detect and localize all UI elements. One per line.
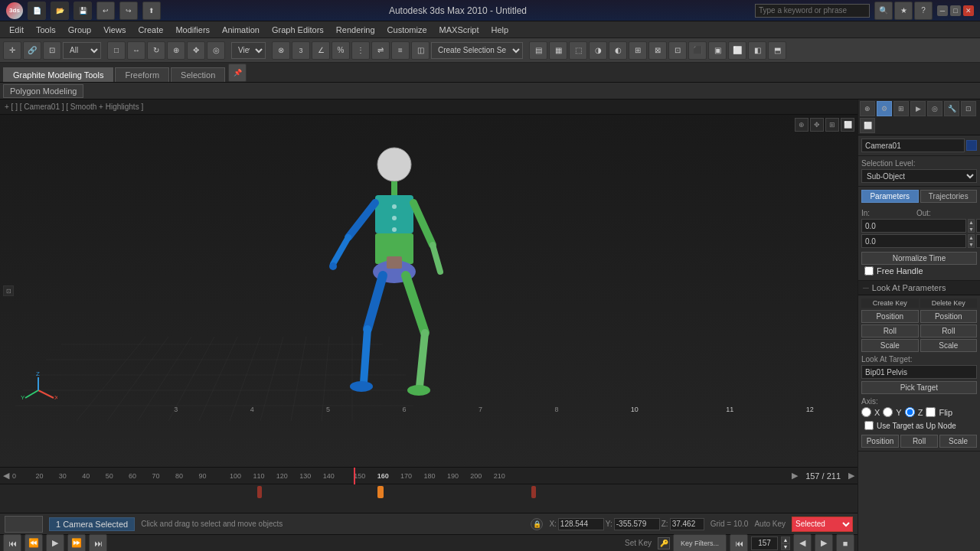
menu-graph-editors[interactable]: Graph Editors bbox=[266, 24, 330, 36]
save-button[interactable]: 💾 bbox=[74, 2, 92, 20]
graphite-tab-modeling[interactable]: Graphite Modeling Tools bbox=[3, 67, 113, 82]
rp-hierarchy-icon[interactable]: ⊞ bbox=[893, 101, 909, 116]
in-value1[interactable] bbox=[861, 219, 966, 233]
align-btn[interactable]: ≡ bbox=[391, 41, 410, 60]
lock-icon[interactable]: 🔒 bbox=[531, 518, 543, 530]
scale-bottom-btn[interactable]: Scale bbox=[939, 435, 977, 448]
pick-target-btn[interactable]: Pick Target bbox=[861, 381, 977, 394]
bookmark-button[interactable]: ★ bbox=[894, 2, 913, 20]
menu-modifiers[interactable]: Modifiers bbox=[169, 24, 216, 36]
create-scale-btn[interactable]: Scale bbox=[861, 339, 919, 352]
3d-viewport[interactable]: ⊡ bbox=[0, 115, 858, 467]
menu-tools[interactable]: Tools bbox=[30, 24, 62, 36]
open-button[interactable]: 📂 bbox=[51, 2, 69, 20]
out-value1[interactable] bbox=[976, 219, 980, 233]
axis-x[interactable] bbox=[861, 407, 871, 417]
ribbon-tool6[interactable]: ⊞ bbox=[629, 41, 647, 60]
create-roll-btn[interactable]: Roll bbox=[861, 324, 919, 337]
rect-select[interactable]: □ bbox=[107, 41, 126, 60]
menu-create[interactable]: Create bbox=[132, 24, 169, 36]
out-value2[interactable] bbox=[976, 234, 980, 248]
key-mode-icon[interactable]: 🔑 bbox=[658, 537, 670, 549]
delete-roll-btn[interactable]: Roll bbox=[920, 324, 978, 337]
rp-modify-icon[interactable]: ⚙ bbox=[877, 101, 892, 116]
look-at-target-input[interactable] bbox=[861, 365, 977, 379]
menu-views[interactable]: Views bbox=[97, 24, 132, 36]
selection-set-dropdown[interactable]: Create Selection Se bbox=[431, 42, 523, 59]
axis-z[interactable] bbox=[905, 407, 915, 417]
spinner-snap[interactable]: ⋮ bbox=[351, 41, 370, 60]
search-icon-btn[interactable]: 🔍 bbox=[874, 2, 893, 20]
play-anim[interactable]: ▶ bbox=[46, 534, 64, 552]
menu-customize[interactable]: Customize bbox=[381, 24, 433, 36]
first-key[interactable]: ⏮ bbox=[730, 534, 748, 552]
timeline-end-btn[interactable]: ▶ bbox=[845, 471, 858, 481]
frame-spinner[interactable]: ▲ ▼ bbox=[781, 536, 790, 550]
graphite-pin-button[interactable]: 📌 bbox=[228, 64, 247, 82]
polygon-modeling-label[interactable]: Polygon Modeling bbox=[3, 84, 83, 98]
camera-name-input[interactable] bbox=[861, 139, 965, 152]
go-to-end[interactable]: ⏭ bbox=[89, 534, 107, 552]
ribbon-tool3[interactable]: ⬚ bbox=[569, 41, 587, 60]
x-input[interactable] bbox=[558, 518, 604, 530]
sub-object-dropdown[interactable]: Sub-Object bbox=[861, 169, 977, 183]
vp-nav-zoom[interactable]: ⊞ bbox=[825, 118, 839, 132]
frame-input[interactable] bbox=[751, 536, 778, 550]
timeline-track[interactable] bbox=[0, 484, 858, 513]
view-dropdown[interactable]: View bbox=[231, 42, 266, 59]
mirror-tool[interactable]: ⇌ bbox=[371, 41, 390, 60]
rp-display-icon[interactable]: ◎ bbox=[927, 101, 942, 116]
roll-bottom-btn[interactable]: Roll bbox=[900, 435, 938, 448]
ribbon-tool8[interactable]: ⊡ bbox=[668, 41, 687, 60]
mode-toggle[interactable] bbox=[5, 516, 43, 533]
rp-create-icon[interactable]: ⊕ bbox=[860, 101, 875, 116]
prev-frame[interactable]: ⏪ bbox=[24, 534, 43, 552]
look-at-collapse[interactable]: ─ bbox=[863, 283, 869, 292]
z-input[interactable] bbox=[670, 518, 704, 530]
move-tool[interactable]: ↔ bbox=[127, 41, 145, 60]
snap-toggle[interactable]: 3 bbox=[292, 41, 310, 60]
menu-maxscript[interactable]: MAXScript bbox=[433, 24, 485, 36]
menu-help[interactable]: Help bbox=[485, 24, 515, 36]
menu-rendering[interactable]: Rendering bbox=[330, 24, 381, 36]
in-spinner1[interactable]: ▲▼ bbox=[968, 219, 975, 233]
rotate-tool[interactable]: ↻ bbox=[147, 41, 165, 60]
tab-parameters[interactable]: Parameters bbox=[861, 190, 919, 203]
timeline-next-btn[interactable]: ▶ bbox=[789, 471, 801, 481]
lasso-tool[interactable]: ⊡ bbox=[43, 41, 61, 60]
graphite-tab-selection[interactable]: Selection bbox=[171, 67, 225, 82]
vp-icon-1[interactable]: ⊡ bbox=[3, 285, 14, 296]
in-spinner2[interactable]: ▲▼ bbox=[968, 234, 975, 248]
rp-extra2[interactable]: ⬜ bbox=[860, 118, 875, 133]
ribbon-tool4[interactable]: ◑ bbox=[589, 41, 607, 60]
play-rev[interactable]: ◀ bbox=[793, 534, 812, 552]
menu-group[interactable]: Group bbox=[62, 24, 98, 36]
rp-utilities-icon[interactable]: 🔧 bbox=[944, 101, 959, 116]
align-tool[interactable]: ◎ bbox=[207, 41, 225, 60]
ribbon-tool9[interactable]: ⬛ bbox=[688, 41, 707, 60]
redo-button[interactable]: ↪ bbox=[119, 2, 138, 20]
rp-extra1[interactable]: ⊡ bbox=[961, 101, 976, 116]
angle-snap[interactable]: ∠ bbox=[312, 41, 330, 60]
next-frame[interactable]: ⏩ bbox=[67, 534, 86, 552]
filter-dropdown[interactable]: All bbox=[63, 42, 101, 59]
ribbon-tool12[interactable]: ◧ bbox=[748, 41, 766, 60]
flip-checkbox[interactable] bbox=[926, 407, 936, 417]
ribbon-tool2[interactable]: ▦ bbox=[549, 41, 567, 60]
ribbon-tool10[interactable]: ▣ bbox=[708, 41, 727, 60]
transform-tool[interactable]: ✥ bbox=[187, 41, 205, 60]
play-fwd[interactable]: ▶ bbox=[815, 534, 833, 552]
create-pos-btn[interactable]: Position bbox=[861, 310, 919, 323]
minimize-button[interactable]: ─ bbox=[937, 5, 948, 16]
ribbon-tool5[interactable]: ◐ bbox=[609, 41, 627, 60]
pivot-tool[interactable]: ⊗ bbox=[272, 41, 290, 60]
ribbon-tool1[interactable]: ▤ bbox=[529, 41, 547, 60]
vp-nav-orbit[interactable]: ⊕ bbox=[795, 118, 808, 132]
scale-tool[interactable]: ⊕ bbox=[167, 41, 185, 60]
tab-trajectories[interactable]: Trajectories bbox=[920, 190, 978, 203]
close-button[interactable]: ✕ bbox=[963, 5, 974, 16]
use-target-checkbox[interactable] bbox=[864, 421, 874, 430]
vp-nav-pan[interactable]: ✥ bbox=[810, 118, 824, 132]
percent-snap[interactable]: % bbox=[332, 41, 350, 60]
delete-scale-btn[interactable]: Scale bbox=[920, 339, 978, 352]
